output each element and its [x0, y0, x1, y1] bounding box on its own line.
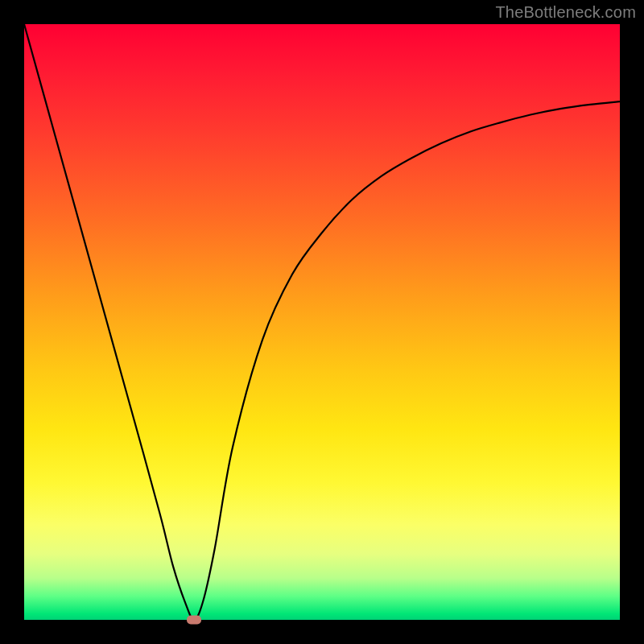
chart-container: TheBottleneck.com — [0, 0, 644, 644]
curve-svg — [24, 24, 620, 620]
watermark-text: TheBottleneck.com — [495, 3, 636, 22]
plot-area — [24, 24, 620, 620]
minimum-marker — [187, 616, 201, 625]
curve-line — [24, 24, 620, 620]
